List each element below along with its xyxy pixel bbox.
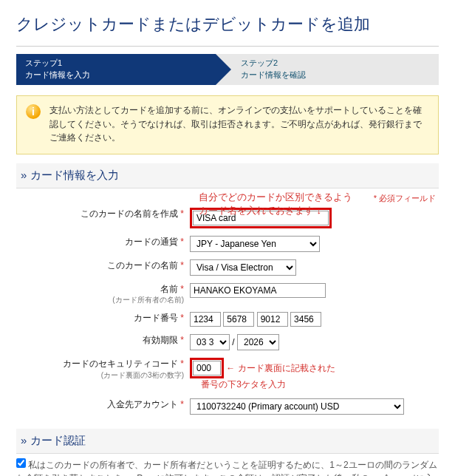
security-code-input[interactable] <box>193 361 221 375</box>
page-title: クレジットカードまたはデビットカードを追加 <box>16 6 439 46</box>
step-2-title: ステップ2 <box>241 58 430 69</box>
section-card-auth: カード認証 <box>16 429 439 454</box>
step-2-desc: カード情報を確認 <box>241 69 430 81</box>
divider <box>16 46 439 47</box>
label-deposit-account: 入金先アカウント <box>107 399 178 409</box>
expiry-year-select[interactable]: 2026 <box>237 334 279 350</box>
label-card-alias: このカードの名前を作成 <box>81 208 178 219</box>
holder-name-input[interactable] <box>190 283 326 298</box>
auth-checkbox-label[interactable]: 私はこのカードの所有者で、カード所有者だということを証明するために、1～2ユーロ… <box>16 460 437 476</box>
step-indicator: ステップ1 カード情報を入力 ステップ2 カード情報を確認 <box>16 54 439 85</box>
auth-checkbox[interactable] <box>16 458 26 468</box>
info-icon: i <box>26 104 41 119</box>
alert-text: 支払い方法としてカードを追加する前に、オンラインでの支払いをサポートしていること… <box>49 105 422 143</box>
section-card-info: カード情報を入力 <box>16 163 439 188</box>
label-security-sub: (カード裏面の3桁の数字) <box>16 370 184 381</box>
label-currency: カードの通貨 <box>125 237 178 247</box>
card-number-1[interactable] <box>190 312 221 327</box>
label-card-type: このカードの名前 <box>107 260 178 271</box>
step-1-desc: カード情報を入力 <box>25 69 207 81</box>
deposit-account-select[interactable]: 1100732240 (Primary account) USD <box>190 398 404 415</box>
label-holder-sub: (カード所有者の名前) <box>16 295 184 305</box>
info-alert: i 支払い方法としてカードを追加する前に、オンラインでの支払いをサポートしている… <box>16 95 439 154</box>
card-number-3[interactable] <box>257 312 288 327</box>
label-security-code: カードのセキュリティコード <box>63 358 178 369</box>
annotation-card-name: 自分でどのカードか区別できるよう カード名を入れておきます ↓ <box>199 191 352 217</box>
expiry-month-select[interactable]: 03 3 <box>190 334 230 350</box>
currency-select[interactable]: JPY - Japanese Yen <box>190 236 320 252</box>
label-expiry: 有効期限 <box>143 335 178 345</box>
card-number-4[interactable] <box>290 312 321 327</box>
label-holder: 名前 <box>160 284 178 294</box>
card-number-2[interactable] <box>223 312 254 327</box>
card-type-select[interactable]: Visa / Visa Electron <box>190 259 296 276</box>
label-card-number: カード番号 <box>134 313 178 323</box>
step-1-title: ステップ1 <box>25 58 207 69</box>
step-2: ステップ2 カード情報を確認 <box>216 54 439 85</box>
auth-text: 私はこのカードの所有者で、カード所有者だということを証明するために、1～2ユーロ… <box>16 460 437 476</box>
step-1-active: ステップ1 カード情報を入力 <box>16 54 216 85</box>
